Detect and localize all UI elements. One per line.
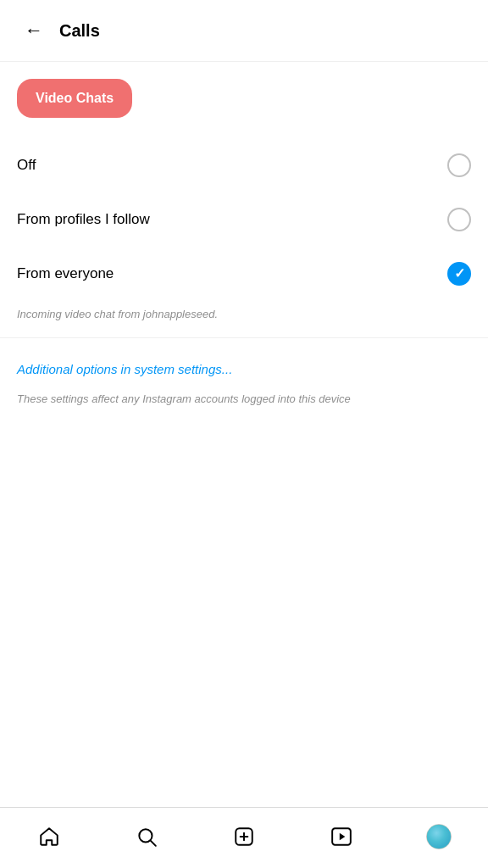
nav-home[interactable] <box>28 815 70 858</box>
option-off-label: Off <box>17 157 36 174</box>
avatar <box>426 824 452 849</box>
option-from-profiles-label: From profiles I follow <box>17 211 150 228</box>
checkmark-icon: ✓ <box>454 267 465 281</box>
radio-from-everyone[interactable]: ✓ <box>447 262 471 286</box>
option-from-profiles[interactable]: From profiles I follow <box>17 192 471 247</box>
system-settings-link[interactable]: Additional options in system settings... <box>17 343 471 385</box>
search-icon <box>136 826 158 848</box>
section-divider <box>0 337 488 338</box>
hint-text: Incoming video chat from johnappleseed. <box>17 308 471 320</box>
main-content: Video Chats Off From profiles I follow F… <box>0 62 488 807</box>
nav-reels[interactable] <box>320 815 363 858</box>
nav-add[interactable] <box>223 815 265 858</box>
svg-marker-6 <box>340 832 346 840</box>
svg-line-1 <box>151 840 156 845</box>
nav-search[interactable] <box>125 815 168 858</box>
back-arrow-icon: ← <box>25 19 43 42</box>
system-settings-note: These settings affect any Instagram acco… <box>17 392 471 407</box>
option-off[interactable]: Off <box>17 138 471 192</box>
radio-off[interactable] <box>447 153 471 177</box>
nav-profile[interactable] <box>418 815 460 858</box>
home-icon <box>38 826 60 848</box>
back-button[interactable]: ← <box>17 14 51 47</box>
options-list: Off From profiles I follow From everyone… <box>17 138 471 301</box>
option-from-everyone[interactable]: From everyone ✓ <box>17 247 471 301</box>
add-icon <box>233 826 255 848</box>
video-chats-pill[interactable]: Video Chats <box>17 79 132 118</box>
page-title: Calls <box>59 21 100 41</box>
header: ← Calls <box>0 0 488 62</box>
reels-icon <box>330 826 352 848</box>
option-from-everyone-label: From everyone <box>17 265 114 282</box>
radio-from-profiles[interactable] <box>447 208 471 231</box>
bottom-nav <box>0 807 488 868</box>
